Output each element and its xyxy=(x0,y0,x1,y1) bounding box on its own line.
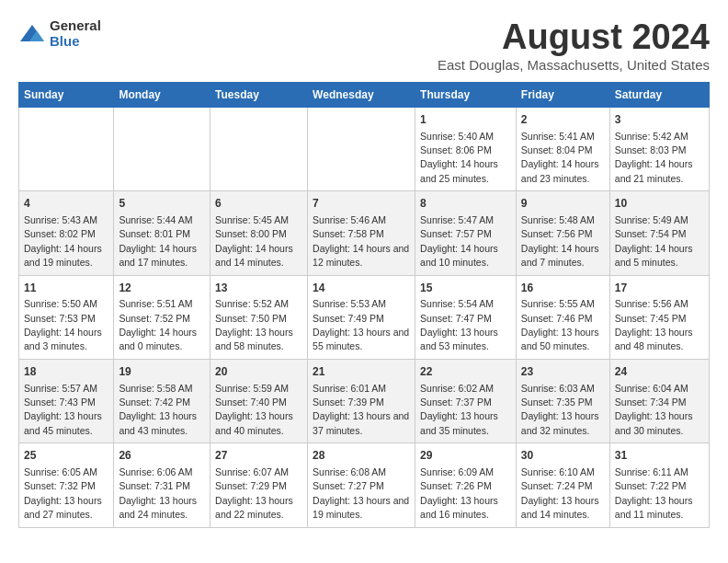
day-info: Sunrise: 5:40 AMSunset: 8:06 PMDaylight:… xyxy=(420,131,498,184)
day-info: Sunrise: 5:58 AMSunset: 7:42 PMDaylight:… xyxy=(119,383,197,436)
day-number: 18 xyxy=(24,364,108,380)
day-info: Sunrise: 6:06 AMSunset: 7:31 PMDaylight:… xyxy=(119,466,197,520)
calendar-cell: 9Sunrise: 5:48 AMSunset: 7:56 PMDaylight… xyxy=(516,191,609,275)
calendar-cell: 21Sunrise: 6:01 AMSunset: 7:39 PMDayligh… xyxy=(308,359,415,442)
day-info: Sunrise: 5:54 AMSunset: 7:47 PMDaylight:… xyxy=(420,298,498,351)
header-sunday: Sunday xyxy=(19,82,114,107)
day-info: Sunrise: 5:46 AMSunset: 7:58 PMDaylight:… xyxy=(313,214,409,268)
calendar-cell: 2Sunrise: 5:41 AMSunset: 8:04 PMDaylight… xyxy=(516,107,609,190)
day-number: 23 xyxy=(521,364,605,380)
day-number: 26 xyxy=(119,448,205,464)
calendar-cell: 4Sunrise: 5:43 AMSunset: 8:02 PMDaylight… xyxy=(19,191,114,275)
day-number: 15 xyxy=(420,281,511,296)
day-number: 22 xyxy=(420,364,511,380)
day-info: Sunrise: 5:53 AMSunset: 7:49 PMDaylight:… xyxy=(313,298,409,351)
day-info: Sunrise: 5:45 AMSunset: 8:00 PMDaylight:… xyxy=(215,214,293,268)
day-info: Sunrise: 5:49 AMSunset: 7:54 PMDaylight:… xyxy=(615,214,693,268)
calendar-cell: 15Sunrise: 5:54 AMSunset: 7:47 PMDayligh… xyxy=(415,275,517,359)
logo-icon xyxy=(18,23,46,45)
calendar-cell: 7Sunrise: 5:46 AMSunset: 7:58 PMDaylight… xyxy=(308,191,415,275)
calendar-cell: 13Sunrise: 5:52 AMSunset: 7:50 PMDayligh… xyxy=(210,275,308,359)
header-monday: Monday xyxy=(114,82,210,107)
day-number: 8 xyxy=(420,196,511,212)
day-info: Sunrise: 5:44 AMSunset: 8:01 PMDaylight:… xyxy=(119,214,197,268)
day-info: Sunrise: 6:01 AMSunset: 7:39 PMDaylight:… xyxy=(313,383,409,436)
day-info: Sunrise: 5:56 AMSunset: 7:45 PMDaylight:… xyxy=(615,298,693,351)
calendar-cell: 10Sunrise: 5:49 AMSunset: 7:54 PMDayligh… xyxy=(609,191,709,275)
day-number: 11 xyxy=(24,281,108,296)
day-info: Sunrise: 5:47 AMSunset: 7:57 PMDaylight:… xyxy=(420,214,498,268)
logo-blue-text: Blue xyxy=(50,33,80,49)
calendar-week-2: 4Sunrise: 5:43 AMSunset: 8:02 PMDaylight… xyxy=(19,191,710,275)
calendar-cell: 30Sunrise: 6:10 AMSunset: 7:24 PMDayligh… xyxy=(516,443,609,527)
day-info: Sunrise: 5:41 AMSunset: 8:04 PMDaylight:… xyxy=(521,131,599,184)
day-info: Sunrise: 5:48 AMSunset: 7:56 PMDaylight:… xyxy=(521,214,599,268)
header-tuesday: Tuesday xyxy=(210,82,308,107)
day-info: Sunrise: 5:59 AMSunset: 7:40 PMDaylight:… xyxy=(215,383,293,436)
calendar-cell: 31Sunrise: 6:11 AMSunset: 7:22 PMDayligh… xyxy=(609,443,709,527)
calendar-cell: 25Sunrise: 6:05 AMSunset: 7:32 PMDayligh… xyxy=(19,443,114,527)
day-info: Sunrise: 5:57 AMSunset: 7:43 PMDaylight:… xyxy=(24,383,102,436)
calendar-week-4: 18Sunrise: 5:57 AMSunset: 7:43 PMDayligh… xyxy=(19,359,710,442)
calendar-cell xyxy=(114,107,210,190)
calendar-cell: 28Sunrise: 6:08 AMSunset: 7:27 PMDayligh… xyxy=(308,443,415,527)
title-area: August 2024 East Douglas, Massachusetts,… xyxy=(438,18,710,73)
day-number: 17 xyxy=(615,281,704,296)
calendar-cell: 23Sunrise: 6:03 AMSunset: 7:35 PMDayligh… xyxy=(516,359,609,442)
day-number: 3 xyxy=(615,112,704,128)
header-thursday: Thursday xyxy=(415,82,517,107)
calendar-cell: 8Sunrise: 5:47 AMSunset: 7:57 PMDaylight… xyxy=(415,191,517,275)
day-number: 2 xyxy=(521,112,605,128)
calendar-cell: 17Sunrise: 5:56 AMSunset: 7:45 PMDayligh… xyxy=(609,275,709,359)
day-number: 27 xyxy=(215,448,302,464)
calendar-cell xyxy=(19,107,114,190)
day-info: Sunrise: 6:03 AMSunset: 7:35 PMDaylight:… xyxy=(521,383,599,436)
day-number: 28 xyxy=(313,448,410,464)
day-number: 24 xyxy=(615,364,704,380)
day-info: Sunrise: 6:08 AMSunset: 7:27 PMDaylight:… xyxy=(313,466,409,520)
day-number: 4 xyxy=(24,196,108,212)
calendar-cell xyxy=(308,107,415,190)
page-header: General Blue August 2024 East Douglas, M… xyxy=(18,18,710,73)
day-number: 29 xyxy=(420,448,511,464)
day-info: Sunrise: 6:11 AMSunset: 7:22 PMDaylight:… xyxy=(615,466,693,520)
day-info: Sunrise: 5:52 AMSunset: 7:50 PMDaylight:… xyxy=(215,298,293,351)
day-number: 9 xyxy=(521,196,605,212)
page-subtitle: East Douglas, Massachusetts, United Stat… xyxy=(438,57,710,73)
calendar-week-1: 1Sunrise: 5:40 AMSunset: 8:06 PMDaylight… xyxy=(19,107,710,190)
day-info: Sunrise: 5:55 AMSunset: 7:46 PMDaylight:… xyxy=(521,298,599,351)
calendar-cell: 6Sunrise: 5:45 AMSunset: 8:00 PMDaylight… xyxy=(210,191,308,275)
day-info: Sunrise: 6:10 AMSunset: 7:24 PMDaylight:… xyxy=(521,466,599,520)
day-number: 21 xyxy=(313,364,410,380)
day-info: Sunrise: 6:09 AMSunset: 7:26 PMDaylight:… xyxy=(420,466,498,520)
calendar-cell: 3Sunrise: 5:42 AMSunset: 8:03 PMDaylight… xyxy=(609,107,709,190)
calendar-cell: 29Sunrise: 6:09 AMSunset: 7:26 PMDayligh… xyxy=(415,443,517,527)
calendar-cell: 16Sunrise: 5:55 AMSunset: 7:46 PMDayligh… xyxy=(516,275,609,359)
calendar-cell xyxy=(210,107,308,190)
day-number: 12 xyxy=(119,281,205,296)
calendar-week-3: 11Sunrise: 5:50 AMSunset: 7:53 PMDayligh… xyxy=(19,275,710,359)
calendar-cell: 26Sunrise: 6:06 AMSunset: 7:31 PMDayligh… xyxy=(114,443,210,527)
calendar-cell: 12Sunrise: 5:51 AMSunset: 7:52 PMDayligh… xyxy=(114,275,210,359)
day-number: 14 xyxy=(313,281,410,296)
day-number: 7 xyxy=(313,196,410,212)
day-number: 31 xyxy=(615,448,704,464)
day-number: 25 xyxy=(24,448,108,464)
calendar-cell: 1Sunrise: 5:40 AMSunset: 8:06 PMDaylight… xyxy=(415,107,517,190)
day-number: 6 xyxy=(215,196,302,212)
day-info: Sunrise: 6:04 AMSunset: 7:34 PMDaylight:… xyxy=(615,383,693,436)
day-number: 10 xyxy=(615,196,704,212)
page-title: August 2024 xyxy=(438,18,710,57)
day-info: Sunrise: 6:02 AMSunset: 7:37 PMDaylight:… xyxy=(420,383,498,436)
day-number: 5 xyxy=(119,196,205,212)
logo: General Blue xyxy=(18,18,101,49)
calendar-cell: 24Sunrise: 6:04 AMSunset: 7:34 PMDayligh… xyxy=(609,359,709,442)
calendar-week-5: 25Sunrise: 6:05 AMSunset: 7:32 PMDayligh… xyxy=(19,443,710,527)
calendar-table: SundayMondayTuesdayWednesdayThursdayFrid… xyxy=(18,82,710,528)
day-number: 20 xyxy=(215,364,302,380)
day-info: Sunrise: 5:50 AMSunset: 7:53 PMDaylight:… xyxy=(24,298,102,351)
calendar-cell: 11Sunrise: 5:50 AMSunset: 7:53 PMDayligh… xyxy=(19,275,114,359)
header-friday: Friday xyxy=(516,82,609,107)
day-number: 19 xyxy=(119,364,205,380)
day-info: Sunrise: 6:07 AMSunset: 7:29 PMDaylight:… xyxy=(215,466,293,520)
